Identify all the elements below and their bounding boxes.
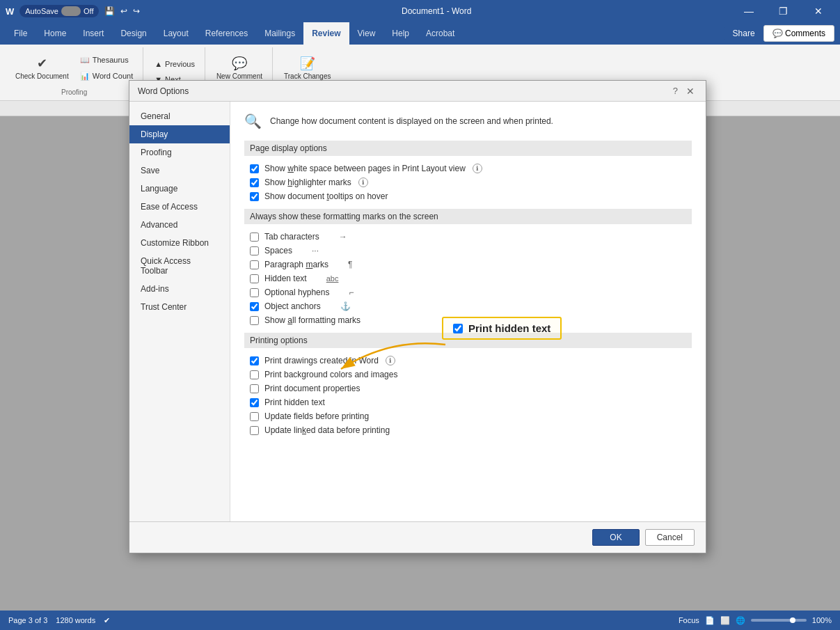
annotation-arrow (334, 324, 452, 379)
check-doc-label: Check Document (15, 72, 69, 80)
option-label-update-linked: Update linked data before printing (264, 425, 390, 435)
checkbox-print-doc-props[interactable] (250, 384, 259, 393)
option-print-hidden-text: Print hidden text (244, 395, 692, 409)
checkbox-highlighter[interactable] (250, 178, 259, 187)
status-bar: Page 3 of 3 1280 words ✔ Focus 📄 ⬜ 🌐 100… (0, 611, 840, 630)
info-icon-highlighter[interactable]: ℹ (358, 178, 368, 187)
nav-general[interactable]: General (129, 107, 230, 125)
option-optional-hyphens: Optional hyphens ⌐ (244, 285, 692, 299)
option-label-object-anchors: Object anchors (264, 301, 321, 311)
check-document-button[interactable]: ✔ Check Document (11, 53, 73, 83)
previous-label: Previous (165, 60, 195, 68)
track-changes-button[interactable]: 📝 Track Changes (280, 53, 335, 83)
checkbox-tab-chars[interactable] (250, 233, 259, 242)
thesaurus-icon: 📖 (80, 56, 90, 65)
tab-insert[interactable]: Insert (74, 22, 112, 45)
option-highlighter: Show highlighter marks ℹ (244, 175, 692, 189)
highlight-checkbox[interactable] (453, 324, 463, 333)
checkbox-paragraph-marks[interactable] (250, 260, 259, 269)
checkbox-object-anchors[interactable] (250, 302, 259, 311)
web-layout-icon[interactable]: 🌐 (736, 616, 745, 625)
checkbox-hidden-text[interactable] (250, 274, 259, 283)
option-label-white-space: Show white space between pages in Print … (264, 164, 466, 173)
undo-icon[interactable]: ↩ (120, 6, 127, 16)
title-bar: W AutoSave Off 💾 ↩ ↪ Document1 - Word — … (0, 0, 840, 22)
ok-button[interactable]: OK (592, 529, 639, 546)
nav-customize-ribbon[interactable]: Customize Ribbon (129, 234, 230, 252)
tab-file[interactable]: File (6, 22, 35, 45)
dialog-body: General Display Proofing Save Language E… (129, 102, 706, 521)
cancel-button[interactable]: Cancel (645, 529, 695, 546)
autosave-toggle[interactable] (61, 6, 81, 16)
save-icon[interactable]: 💾 (104, 6, 115, 16)
nav-proofing[interactable]: Proofing (129, 143, 230, 162)
previous-button[interactable]: ▲ Previous (150, 58, 199, 70)
restore-button[interactable]: ❐ (768, 0, 800, 22)
option-print-background: Print background colors and images (244, 368, 692, 381)
read-mode-icon[interactable]: 📄 (705, 616, 715, 625)
nav-quick-access[interactable]: Quick Access Toolbar (129, 252, 230, 280)
checkbox-print-hidden-text[interactable] (250, 398, 259, 407)
tab-mailings[interactable]: Mailings (256, 22, 303, 45)
checkbox-update-fields[interactable] (250, 412, 259, 421)
dialog-close-button[interactable]: ✕ (683, 84, 697, 98)
nav-advanced[interactable]: Advanced (129, 216, 230, 234)
nav-display[interactable]: Display (129, 125, 230, 143)
nav-add-ins[interactable]: Add-ins (129, 280, 230, 298)
option-print-doc-props: Print document properties (244, 381, 692, 395)
proofing-group-label: Proofing (61, 88, 87, 97)
tab-references[interactable]: References (197, 22, 256, 45)
ribbon-tab-bar: File Home Insert Design Layout Reference… (0, 22, 840, 45)
tab-view[interactable]: View (349, 22, 384, 45)
dialog-title: Word Options (138, 86, 189, 96)
title-bar-left: W AutoSave Off 💾 ↩ ↪ (6, 5, 140, 17)
info-icon-white-space[interactable]: ℹ (473, 164, 482, 173)
zoom-slider[interactable] (751, 619, 807, 622)
option-tooltips: Show document tooltips on hover (244, 189, 692, 203)
minimize-button[interactable]: — (733, 0, 765, 22)
option-paragraph-marks: Paragraph marks ¶ (244, 258, 692, 271)
nav-trust-center[interactable]: Trust Center (129, 298, 230, 316)
checkbox-white-space[interactable] (250, 164, 259, 173)
close-button[interactable]: ✕ (802, 0, 834, 22)
share-button[interactable]: Share (724, 26, 763, 41)
nav-ease-of-access[interactable]: Ease of Access (129, 198, 230, 216)
word-count-button[interactable]: 📊 Word Count (76, 70, 138, 83)
comments-button[interactable]: 💬 Comments (763, 25, 834, 42)
status-right: Focus 📄 ⬜ 🌐 100% (679, 616, 832, 625)
autosave-badge[interactable]: AutoSave Off (19, 5, 99, 17)
option-white-space: Show white space between pages in Print … (244, 162, 692, 175)
description-text: Change how document content is displayed… (270, 116, 553, 126)
checkbox-all-formatting[interactable] (250, 316, 259, 325)
checkbox-tooltips[interactable] (250, 192, 259, 201)
checkbox-optional-hyphens[interactable] (250, 288, 259, 297)
checkbox-print-drawings[interactable] (250, 356, 259, 365)
print-layout-icon[interactable]: ⬜ (720, 616, 730, 625)
page-info: Page 3 of 3 (8, 616, 47, 624)
checkbox-print-background[interactable] (250, 370, 259, 379)
display-icon: 🔍 (244, 113, 262, 129)
tab-layout[interactable]: Layout (155, 22, 197, 45)
ribbon-group-proofing: ✔ Check Document 📖 Thesaurus 📊 Word Coun… (6, 47, 143, 97)
help-button[interactable]: ? (673, 86, 678, 96)
option-tab-chars: Tab characters → (244, 230, 692, 244)
proofing-items: ✔ Check Document 📖 Thesaurus 📊 Word Coun… (11, 47, 137, 88)
dialog-footer: OK Cancel (129, 521, 706, 553)
tab-acrobat[interactable]: Acrobat (418, 22, 463, 45)
nav-save[interactable]: Save (129, 162, 230, 180)
option-print-drawings: Print drawings created in Word ℹ (244, 354, 692, 368)
new-comment-button[interactable]: 💬 New Comment (212, 53, 267, 83)
thesaurus-button[interactable]: 📖 Thesaurus (76, 54, 138, 67)
nav-language[interactable]: Language (129, 180, 230, 198)
tab-design[interactable]: Design (112, 22, 154, 45)
focus-label[interactable]: Focus (679, 616, 699, 624)
symbol-paragraph: ¶ (348, 260, 352, 269)
symbol-optional-hyphens: ⌐ (349, 288, 354, 297)
option-label-print-hidden-text: Print hidden text (264, 397, 325, 407)
checkbox-update-linked[interactable] (250, 426, 259, 435)
tab-home[interactable]: Home (35, 22, 74, 45)
tab-review[interactable]: Review (303, 22, 349, 45)
checkbox-spaces[interactable] (250, 246, 259, 255)
tab-help[interactable]: Help (383, 22, 418, 45)
redo-icon[interactable]: ↪ (133, 6, 140, 16)
